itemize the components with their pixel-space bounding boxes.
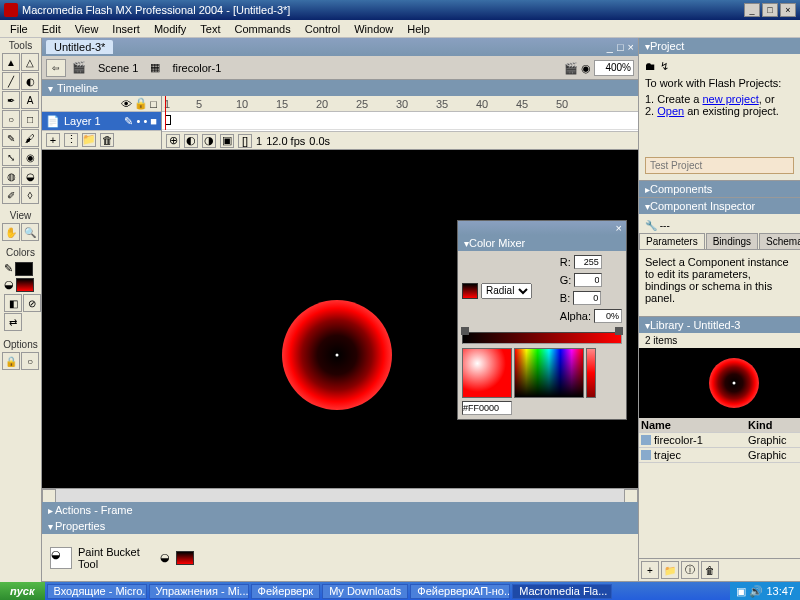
mixer-header[interactable]: Color Mixer <box>458 235 626 251</box>
delete-button[interactable]: 🗑 <box>701 561 719 579</box>
close-button[interactable]: × <box>780 3 796 17</box>
properties-panel-header[interactable]: Properties <box>42 518 638 534</box>
mixer-close-icon[interactable]: × <box>616 222 622 234</box>
show-hide-icon[interactable]: 👁 <box>121 98 132 110</box>
open-project-link[interactable]: Open <box>657 105 684 117</box>
scroll-left-button[interactable] <box>42 489 56 503</box>
gradient-preview[interactable] <box>462 348 512 398</box>
fill-transform-tool[interactable]: ◉ <box>21 148 39 166</box>
b-field[interactable] <box>573 291 601 305</box>
tab-schema[interactable]: Schema <box>759 233 800 249</box>
timeline-track[interactable] <box>162 112 638 130</box>
outline-icon[interactable]: □ <box>150 98 157 110</box>
menu-help[interactable]: Help <box>401 21 436 37</box>
maximize-button[interactable]: □ <box>762 3 778 17</box>
taskbar-item[interactable]: Macromedia Fla... <box>512 584 612 599</box>
center-frame-button[interactable]: ⊕ <box>166 134 180 148</box>
stage-hscroll[interactable] <box>42 488 638 502</box>
project-toolbar-icon2[interactable]: ↯ <box>660 60 669 73</box>
symbol-name[interactable]: firecolor-1 <box>166 61 227 75</box>
library-item[interactable]: trajec Graphic <box>639 448 800 463</box>
free-transform-tool[interactable]: ⤡ <box>2 148 20 166</box>
document-tab[interactable]: Untitled-3* <box>46 40 113 54</box>
modify-onion-markers-button[interactable]: [] <box>238 134 252 148</box>
menu-modify[interactable]: Modify <box>148 21 192 37</box>
gradient-bar[interactable] <box>462 332 622 344</box>
back-button[interactable]: ⇦ <box>46 59 66 77</box>
project-toolbar-icon[interactable]: 🖿 <box>645 60 656 73</box>
subselection-tool[interactable]: △ <box>21 53 39 71</box>
lock-icon[interactable]: 🔒 <box>134 97 148 110</box>
eraser-tool[interactable]: ◊ <box>21 186 39 204</box>
insert-folder-button[interactable]: 📁 <box>82 133 96 147</box>
tab-parameters[interactable]: Parameters <box>639 233 705 249</box>
fill-style-select[interactable]: Radial <box>481 283 532 299</box>
library-panel-header[interactable]: Library - Untitled-3 <box>639 317 800 333</box>
gradient-stop-left[interactable] <box>461 327 469 335</box>
library-columns[interactable]: Name Kind <box>639 418 800 433</box>
properties-button[interactable]: ⓘ <box>681 561 699 579</box>
pencil-tool[interactable]: ✎ <box>2 129 20 147</box>
taskbar-item[interactable]: Упражнения - Mi... <box>149 584 249 599</box>
gradient-stop-right[interactable] <box>615 327 623 335</box>
doc-close-button[interactable]: × <box>628 41 634 53</box>
tray-icon[interactable]: 🔊 <box>749 585 763 598</box>
rectangle-tool[interactable]: □ <box>21 110 39 128</box>
menu-insert[interactable]: Insert <box>106 21 146 37</box>
zoom-field[interactable] <box>594 60 634 76</box>
taskbar-item[interactable]: ФейерверкАП-но... <box>410 584 510 599</box>
new-folder-button[interactable]: 📁 <box>661 561 679 579</box>
timeline-header[interactable]: Timeline <box>42 80 638 96</box>
zoom-tool[interactable]: 🔍 <box>21 223 39 241</box>
edit-scene-icon[interactable]: 🎬 <box>564 61 578 73</box>
black-white-button[interactable]: ◧ <box>4 294 22 312</box>
property-fill-swatch[interactable] <box>176 551 194 565</box>
new-project-link[interactable]: new project <box>702 93 758 105</box>
scene-name[interactable]: Scene 1 <box>92 61 144 75</box>
option-gap-size[interactable]: ○ <box>21 352 39 370</box>
menu-edit[interactable]: Edit <box>36 21 67 37</box>
edit-multiple-frames-button[interactable]: ▣ <box>220 134 234 148</box>
fill-color[interactable] <box>16 278 34 292</box>
menu-text[interactable]: Text <box>194 21 226 37</box>
doc-minimize-button[interactable]: _ <box>607 41 613 53</box>
eyedropper-tool[interactable]: ✐ <box>2 186 20 204</box>
r-field[interactable] <box>574 255 602 269</box>
test-project-button[interactable]: Test Project <box>645 157 794 174</box>
insert-layer-button[interactable]: + <box>46 133 60 147</box>
edit-symbols-icon[interactable]: ◉ <box>581 61 591 73</box>
pen-tool[interactable]: ✒ <box>2 91 20 109</box>
timeline-ruler[interactable]: 1 5 10 15 20 25 30 35 40 45 50 <box>162 96 638 112</box>
option-lock-fill[interactable]: 🔒 <box>2 352 20 370</box>
scroll-right-button[interactable] <box>624 489 638 503</box>
components-panel-header[interactable]: Components <box>639 181 800 197</box>
lasso-tool[interactable]: ◐ <box>21 72 39 90</box>
paint-bucket-tool[interactable]: ◒ <box>21 167 39 185</box>
minimize-button[interactable]: _ <box>744 3 760 17</box>
selection-tool[interactable]: ▲ <box>2 53 20 71</box>
stage[interactable]: × Color Mixer Radial R: G: B: Alpha: <box>42 150 638 488</box>
radial-gradient-shape[interactable] <box>282 300 392 410</box>
oval-tool[interactable]: ○ <box>2 110 20 128</box>
menu-commands[interactable]: Commands <box>228 21 296 37</box>
taskbar-item[interactable]: My Downloads <box>322 584 408 599</box>
menu-file[interactable]: File <box>4 21 34 37</box>
line-tool[interactable]: ╱ <box>2 72 20 90</box>
doc-maximize-button[interactable]: □ <box>617 41 624 53</box>
brush-tool[interactable]: 🖌 <box>21 129 39 147</box>
hand-tool[interactable]: ✋ <box>2 223 20 241</box>
text-tool[interactable]: A <box>21 91 39 109</box>
project-panel-header[interactable]: Project <box>639 38 800 54</box>
start-button[interactable]: пуск <box>0 582 45 600</box>
menu-window[interactable]: Window <box>348 21 399 37</box>
playhead[interactable] <box>165 96 166 130</box>
tab-bindings[interactable]: Bindings <box>706 233 758 249</box>
swap-colors-button[interactable]: ⇄ <box>4 313 22 331</box>
stroke-color[interactable] <box>15 262 33 276</box>
onion-skin-outlines-button[interactable]: ◑ <box>202 134 216 148</box>
menu-view[interactable]: View <box>69 21 105 37</box>
tray-icon[interactable]: ▣ <box>736 585 746 598</box>
layer-row[interactable]: 📄 Layer 1 ✎ • • ■ <box>42 112 161 130</box>
delete-layer-button[interactable]: 🗑 <box>100 133 114 147</box>
no-color-button[interactable]: ⊘ <box>23 294 41 312</box>
